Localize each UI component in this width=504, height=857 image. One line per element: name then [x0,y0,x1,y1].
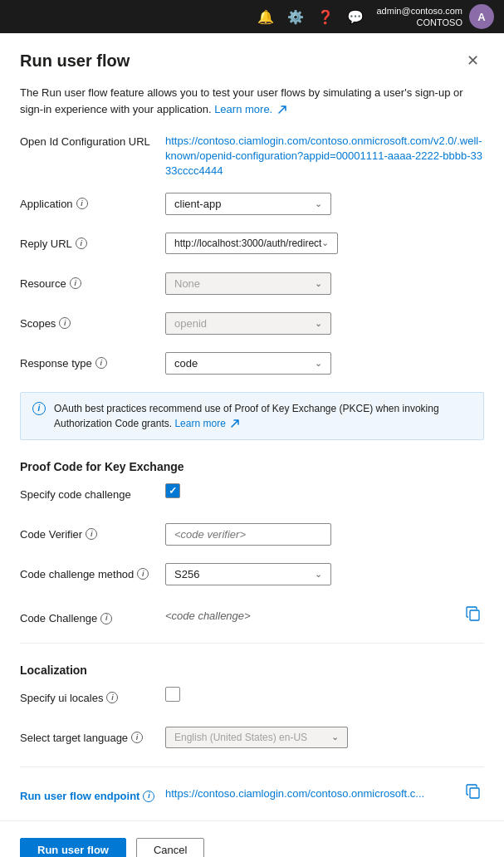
run-user-flow-endpoint-row: Run user flow endpoint i https://contoso… [20,781,484,807]
copy-icon [466,606,481,621]
info-banner-learn-more-link[interactable]: Learn more [174,418,239,429]
code-verifier-row: Code Verifier i [20,523,484,550]
localization-section-heading: Localization [0,657,504,687]
user-block[interactable]: admin@contoso.com CONTOSO A [377,4,495,29]
application-info-icon[interactable]: i [76,198,88,209]
code-challenge-value: <code challenge> [165,610,251,622]
chevron-down-icon: ⌄ [315,569,322,580]
panel-title: Run user flow [20,51,130,71]
specify-ui-locales-row: Specify ui locales i ✓ [20,687,484,713]
learn-more-link[interactable]: Learn more. [214,103,286,115]
copy-endpoint-button[interactable] [462,784,484,803]
code-challenge-method-label: Code challenge method i [20,563,165,580]
endpoint-value-row: https://contoso.ciamlogin.com/contoso.on… [165,784,484,803]
top-nav: 🔔 ⚙️ ❓ 💬 admin@contoso.com CONTOSO A [0,0,504,33]
resource-info-icon[interactable]: i [70,277,81,289]
footer: Run user flow Cancel [0,820,504,857]
settings-icon[interactable]: ⚙️ [287,9,304,25]
scopes-label: Scopes i [20,312,165,330]
scopes-row: Scopes i openid ⌄ [20,312,484,339]
endpoint-section: Run user flow endpoint i https://contoso… [0,781,504,807]
response-type-select[interactable]: code ⌄ [165,352,331,375]
openid-config-label: Open Id Configuration URL [20,130,165,148]
response-type-info-icon[interactable]: i [95,357,107,369]
feedback-icon[interactable]: 💬 [347,9,364,25]
openid-config-row: Open Id Configuration URL https://contos… [20,130,484,179]
copy-code-challenge-button[interactable] [462,606,484,625]
code-verifier-info-icon[interactable]: i [86,528,97,540]
svg-rect-0 [470,610,479,620]
copy-icon [466,784,481,799]
chevron-down-icon: ⌄ [315,358,322,369]
select-target-language-label: Select target language i [20,727,165,744]
form-section: Open Id Configuration URL https://contos… [0,130,504,379]
chevron-down-icon: ⌄ [315,278,322,289]
description: The Run user flow feature allows you to … [0,85,504,130]
reply-url-row: Reply URL i http://localhost:3000/auth/r… [20,233,484,259]
chevron-down-icon: ⌄ [321,238,329,248]
info-banner-text: OAuth best practices recommend use of Pr… [54,401,472,431]
localization-section: Specify ui locales i ✓ Select target lan… [0,687,504,753]
select-target-language-select[interactable]: English (United States) en-US ⌄ [165,727,348,748]
specify-code-challenge-checkbox[interactable]: ✓ [165,483,180,498]
section-divider [20,643,484,644]
specify-ui-locales-info-icon[interactable]: i [106,692,118,703]
close-button[interactable]: ✕ [462,50,484,71]
specify-ui-locales-checkbox[interactable]: ✓ [165,687,180,702]
help-icon[interactable]: ❓ [317,9,334,25]
run-user-flow-endpoint-info-icon[interactable]: i [143,791,154,802]
resource-row: Resource i None ⌄ [20,272,484,299]
section-divider-2 [20,766,484,767]
reply-url-select[interactable]: http://localhost:3000/auth/redirect ⌄ [165,233,338,254]
main-panel: Run user flow ✕ The Run user flow featur… [0,33,504,857]
code-challenge-info-icon[interactable]: i [100,613,112,624]
user-info: admin@contoso.com CONTOSO [377,5,463,29]
cancel-button[interactable]: Cancel [136,838,204,857]
chevron-down-icon: ⌄ [331,732,339,742]
specify-code-challenge-row: Specify code challenge ✓ [20,483,484,510]
bell-icon[interactable]: 🔔 [257,9,274,25]
info-banner: i OAuth best practices recommend use of … [20,392,484,440]
specify-ui-locales-label: Specify ui locales i [20,687,165,704]
code-challenge-label: Code Challenge i [20,607,165,624]
nav-icons: 🔔 ⚙️ ❓ 💬 [257,9,364,25]
select-target-language-row: Select target language i English (United… [20,727,484,753]
code-challenge-value-row: <code challenge> [165,606,484,625]
run-user-flow-endpoint-label: Run user flow endpoint i [20,785,165,802]
user-email: admin@contoso.com [377,5,463,17]
pkce-section-heading: Proof Code for Key Exchange [0,453,504,483]
resource-select[interactable]: None ⌄ [165,272,331,295]
code-challenge-method-info-icon[interactable]: i [137,568,149,580]
code-verifier-input[interactable] [165,523,331,546]
run-user-flow-button[interactable]: Run user flow [20,838,126,857]
checkmark-icon: ✓ [169,485,177,497]
specify-code-challenge-checkbox-container: ✓ [165,483,180,498]
svg-rect-1 [470,788,479,798]
scopes-select[interactable]: openid ⌄ [165,312,331,335]
scopes-info-icon[interactable]: i [59,317,71,329]
application-row: Application i client-app ⌄ [20,193,484,219]
specify-ui-locales-checkbox-container: ✓ [165,687,180,702]
response-type-row: Response type i code ⌄ [20,352,484,379]
openid-config-value: https://contoso.ciamlogin.com/contoso.on… [165,130,484,179]
panel-header: Run user flow ✕ [0,33,504,85]
code-verifier-label: Code Verifier i [20,523,165,541]
chevron-down-icon: ⌄ [315,198,322,209]
avatar[interactable]: A [469,4,494,29]
application-select[interactable]: client-app ⌄ [165,193,331,215]
specify-code-challenge-label: Specify code challenge [20,483,165,501]
run-user-flow-endpoint-value[interactable]: https://contoso.ciamlogin.com/contoso.on… [165,787,462,800]
chevron-down-icon: ⌄ [315,318,322,329]
resource-label: Resource i [20,272,165,290]
code-challenge-method-row: Code challenge method i S256 ⌄ [20,563,484,590]
response-type-label: Response type i [20,352,165,370]
pkce-section: Specify code challenge ✓ Code Verifier i… [0,483,504,629]
select-target-language-info-icon[interactable]: i [131,732,143,743]
reply-url-info-icon[interactable]: i [76,238,87,249]
code-challenge-row: Code Challenge i <code challenge> [20,603,484,629]
info-banner-icon: i [32,402,46,415]
code-challenge-method-select[interactable]: S256 ⌄ [165,563,331,585]
reply-url-label: Reply URL i [20,233,165,250]
user-tenant: CONTOSO [417,17,462,28]
application-label: Application i [20,193,165,210]
